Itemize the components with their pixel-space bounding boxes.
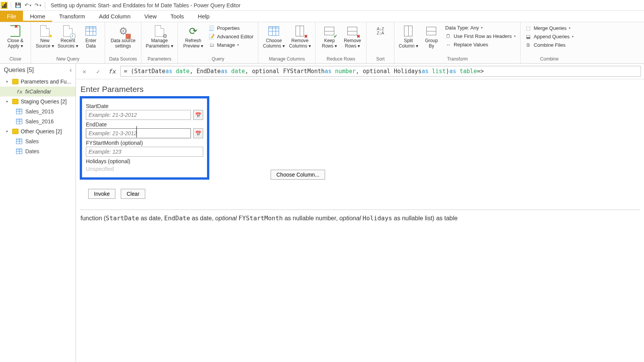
refresh-preview-button[interactable]: ⟳ RefreshPreview ▾	[181, 24, 205, 49]
data-source-settings-button[interactable]: ⚙🧱 Data sourcesettings	[108, 24, 138, 49]
sort-desc-icon[interactable]: Z↓A	[377, 31, 384, 35]
manage-icon: 🗂	[209, 42, 215, 48]
holidays-unspecified: Unspecified	[86, 166, 203, 172]
folder-icon	[12, 99, 18, 104]
group-transform-label: Transform	[398, 56, 517, 63]
group-by-button[interactable]: GroupBy	[421, 24, 442, 49]
combine-files-icon: 🗎	[525, 42, 531, 48]
group-query-label: Query	[181, 56, 255, 63]
queries-header: Queries [5]	[4, 67, 34, 74]
collapse-pane-icon[interactable]: ‹	[70, 67, 72, 74]
merge-queries-label: Merge Queries	[534, 25, 567, 31]
tab-help[interactable]: Help	[191, 11, 217, 22]
append-queries-label: Append Queries	[534, 34, 570, 39]
tab-file[interactable]: File	[0, 11, 23, 22]
advanced-editor-button[interactable]: 📝Advanced Editor	[207, 33, 255, 40]
calendar-icon[interactable]: 📅	[193, 128, 203, 138]
replace-icon: ↔	[445, 41, 451, 48]
append-icon: ⬓	[525, 33, 531, 39]
menu-bar: File Home Transform Add Column View Tool…	[0, 11, 644, 22]
save-icon[interactable]: 💾	[14, 2, 22, 9]
app-icon	[1, 2, 8, 9]
manage-parameters-button[interactable]: ⚙ ManageParameters ▾	[145, 24, 174, 49]
enter-parameters-title: Enter Parameters	[80, 85, 640, 94]
remove-rows-button[interactable]: ✖ RemoveRows ▾	[342, 24, 363, 49]
chevron-down-icon[interactable]: ▾	[6, 100, 10, 103]
title-bar: 💾 ↶▾ ↷▾ Setting up dynamic Start- and En…	[0, 0, 644, 11]
keep-rows-button[interactable]: ✔ KeepRows ▾	[319, 24, 340, 49]
group-by-label: GroupBy	[425, 38, 438, 49]
startdate-input[interactable]	[86, 110, 191, 120]
sidebar-item-label: Dates	[25, 148, 39, 154]
fystartmonth-input[interactable]	[86, 147, 203, 157]
choose-column-button[interactable]: Choose Column...	[271, 170, 325, 180]
split-column-button[interactable]: SplitColumn ▾	[398, 24, 419, 49]
append-queries-button[interactable]: ⬓Append Queries ▾	[524, 33, 575, 40]
recent-sources-button[interactable]: 🕘 RecentSources ▾	[57, 24, 79, 49]
first-row-headers-button[interactable]: 🗒Use First Row as Headers ▾	[444, 33, 517, 39]
holidays-label: Holidays (optional)	[86, 158, 203, 164]
sidebar-group-label: Other Queries [2]	[21, 128, 62, 134]
tab-add-column[interactable]: Add Column	[92, 11, 138, 22]
new-source-button[interactable]: ✷ NewSource ▾	[34, 24, 56, 49]
combine-files-label: Combine Files	[534, 42, 565, 48]
replace-values-button[interactable]: ↔Replace Values	[444, 41, 517, 48]
remove-columns-button[interactable]: ✖ RemoveColumns ▾	[288, 24, 312, 49]
chevron-down-icon[interactable]: ▾	[6, 80, 10, 84]
accept-formula-icon[interactable]: ✓	[93, 66, 104, 77]
enter-data-label: EnterData	[85, 38, 97, 49]
close-apply-button[interactable]: Close &Apply ▾	[3, 24, 28, 49]
enddate-label: EndDate	[86, 121, 203, 128]
cancel-formula-icon[interactable]: ✕	[79, 66, 90, 77]
sidebar-group-parameters[interactable]: ▾Parameters and Fu...	[0, 77, 76, 87]
sidebar-item-sales2015[interactable]: Sales_2015	[0, 106, 76, 116]
table-icon	[16, 109, 22, 114]
fx-icon[interactable]: fx	[107, 66, 117, 77]
sidebar-group-label: Parameters and Fu...	[21, 79, 71, 85]
sidebar-group-staging[interactable]: ▾Staging Queries [2]	[0, 97, 76, 106]
advanced-editor-label: Advanced Editor	[217, 34, 253, 39]
tab-home[interactable]: Home	[23, 11, 52, 22]
tab-tools[interactable]: Tools	[164, 11, 191, 22]
fystartmonth-label: FYStartMonth (optional)	[86, 140, 203, 146]
sidebar-item-dates[interactable]: Dates	[0, 146, 76, 156]
sidebar-group-other[interactable]: ▾Other Queries [2]	[0, 126, 76, 136]
function-icon: fx	[16, 89, 22, 95]
formula-bar: ✕ ✓ fx = (StartDate as date , EndDate as…	[76, 64, 644, 79]
sidebar-item-fxcalendar[interactable]: fxfxCalendar	[0, 87, 76, 97]
folder-icon	[12, 129, 18, 134]
sidebar-item-sales[interactable]: Sales	[0, 136, 76, 146]
data-type-button[interactable]: Data Type: Any ▾	[444, 25, 517, 31]
parameters-highlight: StartDate 📅 EndDate 📅 FYStartMonth (opti…	[80, 96, 209, 180]
ribbon: Close &Apply ▾ Close ✷ NewSource ▾ 🕘 Rec…	[0, 22, 644, 64]
enter-data-button[interactable]: EnterData	[80, 24, 102, 49]
redo-icon[interactable]: ↷▾	[34, 2, 42, 9]
combine-files-button[interactable]: 🗎Combine Files	[524, 41, 575, 48]
properties-button[interactable]: 🧾Properties	[207, 25, 255, 31]
quick-access-toolbar: 💾 ↶▾ ↷▾	[13, 2, 43, 9]
tab-view[interactable]: View	[138, 11, 164, 22]
data-type-label: Data Type: Any	[445, 25, 479, 31]
group-sort-label: Sort	[370, 56, 391, 63]
undo-icon[interactable]: ↶▾	[24, 2, 32, 9]
chevron-down-icon[interactable]: ▾	[6, 129, 10, 133]
group-datasources-label: Data Sources	[108, 56, 138, 63]
calendar-icon[interactable]: 📅	[193, 110, 203, 120]
manage-query-button[interactable]: 🗂Manage ▾	[207, 41, 255, 48]
manage-label: Manage	[217, 42, 235, 48]
invoke-button[interactable]: Invoke	[88, 189, 115, 199]
tab-transform[interactable]: Transform	[52, 11, 92, 22]
group-parameters-label: Parameters	[145, 56, 174, 63]
choose-columns-button[interactable]: ChooseColumns ▾	[261, 24, 286, 49]
headers-icon: 🗒	[445, 33, 451, 39]
sidebar-item-sales2016[interactable]: Sales_2016	[0, 116, 76, 126]
enddate-input[interactable]	[86, 128, 191, 138]
table-icon	[16, 139, 22, 144]
formula-input[interactable]: = (StartDate as date , EndDate as date ,…	[120, 66, 641, 77]
data-source-settings-label: Data sourcesettings	[111, 38, 136, 49]
group-combine-label: Combine	[524, 56, 575, 63]
group-close-label: Close	[3, 56, 28, 63]
merge-queries-button[interactable]: ⬚Merge Queries ▾	[524, 25, 575, 31]
clear-button[interactable]: Clear	[121, 189, 145, 199]
sort-buttons[interactable]: A↓ZZ↓A	[370, 24, 391, 44]
